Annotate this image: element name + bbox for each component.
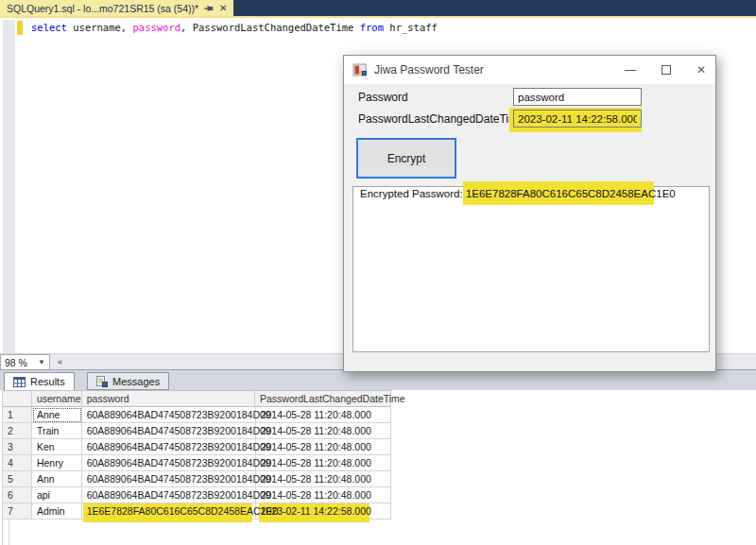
grid-column-header-password[interactable]: password bbox=[82, 391, 255, 407]
grid-cell-password[interactable]: 60A889064BAD474508723B9200184D09 bbox=[82, 471, 256, 487]
grid-cell-text: 7 bbox=[8, 505, 13, 517]
grid-cell-password[interactable]: 60A889064BAD474508723B9200184D09 bbox=[82, 407, 256, 423]
grid-row-number[interactable]: 4 bbox=[3, 455, 32, 471]
grid-cell-PasswordLastChangedDateTime[interactable]: 2014-05-28 11:20:48.000 bbox=[256, 471, 391, 487]
grid-cell-text: 60A889064BAD474508723B9200184D09 bbox=[87, 425, 271, 436]
grid-cell-username[interactable]: Henry bbox=[32, 455, 82, 471]
password-last-changed-field[interactable] bbox=[513, 110, 642, 128]
sql-token: , PasswordLastChangedDateTime bbox=[180, 22, 360, 33]
editor-change-bar bbox=[17, 21, 23, 35]
encrypted-password-value: 1E6E7828FA80C616C65C8D2458EAC1E0 bbox=[466, 188, 676, 199]
encrypted-password-line: Encrypted Password: 1E6E7828FA80C616C65C… bbox=[360, 188, 676, 199]
encrypted-password-label: Encrypted Password: bbox=[360, 188, 463, 199]
grid-row-1: 1Anne60A889064BAD474508723B9200184D09201… bbox=[3, 407, 391, 423]
grid-cell-PasswordLastChangedDateTime[interactable]: 2023-02-11 14:22:58.000 bbox=[256, 503, 391, 519]
grid-cell-text: 2023-02-11 14:22:58.000 bbox=[261, 505, 371, 517]
grid-cell-password[interactable]: 60A889064BAD474508723B9200184D09 bbox=[82, 423, 256, 439]
grid-cell-text: Admin bbox=[37, 505, 65, 517]
grid-row-number[interactable]: 2 bbox=[3, 423, 32, 439]
results-pane-left-border bbox=[2, 390, 3, 545]
grid-cell-text: 60A889064BAD474508723B9200184D09 bbox=[87, 441, 271, 452]
grid-cell-text: 6 bbox=[8, 489, 13, 501]
grid-cell-text: 2014-05-28 11:20:48.000 bbox=[261, 409, 371, 420]
grid-cell-PasswordLastChangedDateTime[interactable]: 2014-05-28 11:20:48.000 bbox=[256, 439, 391, 455]
grid-cell-text: Ken bbox=[37, 441, 55, 452]
grid-cell-password[interactable]: 60A889064BAD474508723B9200184D09 bbox=[82, 455, 256, 471]
sql-token: from bbox=[360, 22, 384, 33]
grid-cell-text: 2014-05-28 11:20:48.000 bbox=[261, 441, 371, 452]
close-icon[interactable]: ✕ bbox=[219, 4, 227, 13]
grid-cell-username[interactable]: Ann bbox=[32, 471, 82, 487]
grid-cell-PasswordLastChangedDateTime[interactable]: 2014-05-28 11:20:48.000 bbox=[256, 423, 391, 439]
sql-line[interactable]: select username, password, PasswordLastC… bbox=[31, 22, 438, 33]
grid-cell-text: 2014-05-28 11:20:48.000 bbox=[261, 457, 371, 468]
grid-cell-text: Anne bbox=[37, 409, 60, 420]
grid-cell-password[interactable]: 1E6E7828FA80C616C65C8D2458EAC1E0 bbox=[82, 503, 256, 519]
grid-cell-username[interactable]: Ken bbox=[32, 439, 82, 455]
grid-row-number[interactable]: 1 bbox=[3, 407, 32, 423]
maximize-button[interactable] bbox=[662, 65, 671, 75]
results-grid[interactable]: usernamepasswordPasswordLastChangedDateT… bbox=[2, 390, 391, 519]
tab-results[interactable]: Results bbox=[4, 372, 75, 391]
grid-cell-text: 2014-05-28 11:20:48.000 bbox=[261, 473, 371, 485]
grid-cell-text: 4 bbox=[8, 457, 13, 468]
grid-cell-username[interactable]: Anne bbox=[32, 407, 82, 423]
document-tab[interactable]: SQLQuery1.sql - lo...mo721SR15 (sa (54))… bbox=[0, 0, 233, 16]
grid-cell-password[interactable]: 60A889064BAD474508723B9200184D09 bbox=[82, 439, 256, 455]
grid-cell-text: 2014-05-28 11:20:48.000 bbox=[261, 425, 371, 436]
pin-icon[interactable] bbox=[204, 4, 214, 13]
grid-column-header-PasswordLastChangedDateTime[interactable]: PasswordLastChangedDateTime bbox=[255, 391, 391, 407]
grid-row-number[interactable]: 6 bbox=[3, 487, 32, 503]
grid-cell-PasswordLastChangedDateTime[interactable]: 2014-05-28 11:20:48.000 bbox=[256, 487, 391, 503]
grid-cell-text: api bbox=[37, 489, 50, 501]
grid-row-4: 4Henry60A889064BAD474508723B9200184D0920… bbox=[3, 455, 391, 471]
grid-header-row: usernamepasswordPasswordLastChangedDateT… bbox=[3, 391, 391, 407]
grid-row-2: 2Train60A889064BAD474508723B9200184D0920… bbox=[3, 423, 391, 439]
grid-cell-username[interactable]: Admin bbox=[32, 503, 82, 519]
grid-cell-username[interactable]: api bbox=[32, 487, 82, 503]
scroll-left-icon[interactable]: ◄ bbox=[55, 357, 63, 366]
grid-row-5: 5Ann60A889064BAD474508723B9200184D092014… bbox=[3, 471, 391, 487]
grid-corner-header[interactable] bbox=[3, 391, 32, 407]
tab-messages-label: Messages bbox=[112, 376, 160, 387]
document-tab-bar: SQLQuery1.sql - lo...mo721SR15 (sa (54))… bbox=[0, 0, 756, 18]
grid-cell-text: 60A889064BAD474508723B9200184D09 bbox=[87, 473, 271, 485]
grid-row-6: 6api60A889064BAD474508723B9200184D092014… bbox=[3, 487, 391, 503]
grid-column-header-username[interactable]: username bbox=[32, 391, 82, 407]
grid-cell-text: 1E6E7828FA80C616C65C8D2458EAC1E0 bbox=[87, 505, 279, 517]
editor-selection-margin bbox=[3, 20, 15, 353]
grid-cell-text: 1 bbox=[8, 409, 13, 420]
tab-messages[interactable]: Messages bbox=[87, 372, 169, 390]
results-grid-icon bbox=[13, 377, 26, 387]
grid-cell-text: 60A889064BAD474508723B9200184D09 bbox=[87, 489, 271, 501]
jiwa-window-title: Jiwa Password Tester bbox=[374, 63, 484, 77]
grid-cell-text: Train bbox=[37, 425, 60, 436]
grid-cell-text: 3 bbox=[8, 441, 13, 452]
encrypt-button[interactable]: Encrypt bbox=[356, 138, 456, 179]
grid-row-number[interactable]: 7 bbox=[3, 503, 32, 519]
grid-cell-PasswordLastChangedDateTime[interactable]: 2014-05-28 11:20:48.000 bbox=[256, 455, 391, 471]
grid-cell-text: 2 bbox=[8, 425, 13, 436]
minimize-button[interactable]: — bbox=[625, 64, 636, 76]
grid-cell-PasswordLastChangedDateTime[interactable]: 2014-05-28 11:20:48.000 bbox=[256, 407, 391, 423]
results-pane-tabs: Results Messages bbox=[0, 369, 756, 390]
jiwa-password-tester-window[interactable]: Jiwa Password Tester — ✕ Password Passwo… bbox=[343, 55, 716, 372]
grid-row-number[interactable]: 3 bbox=[3, 439, 32, 455]
editor-zoom-select[interactable]: 98 % ▼ bbox=[0, 354, 50, 370]
grid-row-number[interactable]: 5 bbox=[3, 471, 32, 487]
jiwa-title-bar[interactable]: Jiwa Password Tester — ✕ bbox=[344, 56, 715, 84]
editor-zoom-value: 98 % bbox=[5, 357, 27, 368]
grid-row-7: 7Admin1E6E7828FA80C616C65C8D2458EAC1E020… bbox=[3, 503, 391, 519]
grid-cell-text: 60A889064BAD474508723B9200184D09 bbox=[87, 457, 271, 468]
sql-token: hr_staff bbox=[384, 22, 438, 33]
password-last-changed-label: PasswordLastChangedDateTime bbox=[358, 112, 524, 126]
password-field[interactable] bbox=[513, 88, 642, 106]
grid-cell-password[interactable]: 60A889064BAD474508723B9200184D09 bbox=[82, 487, 256, 503]
tab-results-label: Results bbox=[30, 376, 65, 387]
messages-icon bbox=[96, 376, 108, 387]
grid-cell-username[interactable]: Train bbox=[32, 423, 82, 439]
ssms-window: SQLQuery1.sql - lo...mo721SR15 (sa (54))… bbox=[0, 0, 756, 545]
sql-token: select bbox=[31, 22, 67, 33]
winforms-app-icon bbox=[352, 63, 368, 77]
close-button[interactable]: ✕ bbox=[696, 64, 706, 76]
